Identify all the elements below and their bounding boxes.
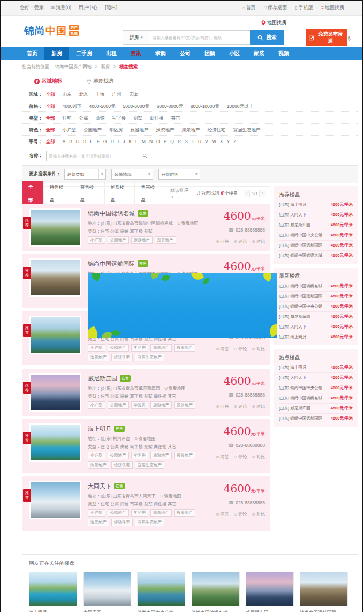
sidebar-property-row[interactable]: [山东] 锦尚中国中央公馆 4600元/平米 <box>279 302 353 312</box>
building-type-select[interactable]: 建筑类型▾ <box>64 169 106 180</box>
filter-letter-option[interactable]: J <box>123 138 125 145</box>
feature-tag[interactable]: 宜居生态地产 <box>135 354 164 361</box>
watching-card[interactable]: 威尼斯庄园 4600元/平米 <box>246 572 297 612</box>
filter-all-link[interactable]: 全部 <box>46 91 55 98</box>
tab-presale[interactable]: 待售楼盘 <box>44 181 74 206</box>
filter-letter-option[interactable]: P <box>164 138 167 145</box>
watching-card[interactable]: 锦尚中国中央公馆 4600元/平米 <box>137 572 188 612</box>
feature-tag[interactable]: 学区房 <box>131 401 149 409</box>
mobile-version-link[interactable]: ▯手机版 <box>295 5 313 10</box>
property-photo[interactable] <box>29 373 81 412</box>
comment-button[interactable]: ⊖评论 <box>234 238 247 244</box>
user-center-link[interactable]: 用户中心 <box>79 5 98 10</box>
filter-all-link[interactable]: 全部 <box>46 126 55 133</box>
filter-option[interactable]: 天津 <box>129 91 138 98</box>
filter-option[interactable]: 商铺 <box>96 115 105 121</box>
filter-option[interactable]: 10000元以上 <box>227 103 253 109</box>
filter-option[interactable]: 山东 <box>63 91 72 98</box>
feature-tag[interactable]: 宜居生态地产 <box>135 461 164 469</box>
filter-letter-option[interactable]: E <box>90 138 93 145</box>
property-photo[interactable] <box>29 481 81 519</box>
feature-tag[interactable]: 学区房 <box>131 452 149 459</box>
feature-tag[interactable]: 小户型 <box>88 401 105 409</box>
filter-option[interactable]: 4000以下 <box>63 103 82 109</box>
nav-item-new-house[interactable]: 新房 <box>44 47 69 60</box>
opening-time-select[interactable]: 开盘时间▾ <box>158 169 200 180</box>
feature-tag[interactable]: 公园地产 <box>108 452 129 459</box>
feature-tag[interactable]: 公园地产 <box>108 344 129 352</box>
filter-letter-option[interactable]: U <box>198 138 201 145</box>
feature-tag[interactable]: 公园地产 <box>108 509 129 517</box>
filter-letter-option[interactable]: B <box>69 138 72 145</box>
filter-letter-option[interactable]: A <box>63 138 66 145</box>
filter-letter-option[interactable]: H <box>111 138 114 145</box>
filter-letter-option[interactable]: T <box>192 138 194 145</box>
comment-button[interactable]: ⊖评论 <box>234 346 247 352</box>
filter-option[interactable]: 4000-5000元 <box>89 103 115 109</box>
property-photo[interactable] <box>29 316 81 354</box>
filter-option[interactable]: 宜居生态地产 <box>233 126 261 133</box>
prev-page-button[interactable]: ‹ <box>244 190 251 197</box>
filter-letter-option[interactable]: W <box>212 138 216 145</box>
filter-letter-option[interactable]: Z <box>233 138 236 145</box>
nav-item-second-hand[interactable]: 二手房 <box>69 47 99 60</box>
nav-item-decoration[interactable]: 家装 <box>247 47 271 60</box>
compare-button[interactable]: ⊕对比 <box>252 238 265 244</box>
tab-onsale[interactable]: 在售楼盘 <box>74 181 105 206</box>
sidebar-property-row[interactable]: [山东] 锦尚中国远航国际 4600元/平米 <box>279 241 353 251</box>
feature-tag[interactable]: 旅游地产 <box>150 452 172 459</box>
comment-button[interactable]: ⊖评论 <box>234 404 247 409</box>
feature-tag[interactable]: 投资地产 <box>174 344 195 352</box>
nav-item-video[interactable]: 视频 <box>271 47 296 60</box>
filter-option[interactable]: 公园地产 <box>84 126 102 133</box>
breadcrumb-site[interactable]: 锦尚中国房产网站 <box>55 64 92 69</box>
view-map-link[interactable]: ⊙查看地图 <box>164 386 186 391</box>
feature-tag[interactable]: 经济住宅 <box>111 354 133 361</box>
save-desktop-link[interactable]: □保存桌面 <box>264 5 287 10</box>
feature-tag[interactable]: 投资地产 <box>174 509 195 517</box>
filter-option[interactable]: 公寓 <box>79 115 88 121</box>
sidebar-property-row[interactable]: [山东] 锦尚中国锦绣名城 4600元/平米 <box>279 281 353 292</box>
filter-option[interactable]: 5000-6000元 <box>123 103 149 109</box>
sidebar-property-row[interactable]: [山东] 海上明月 4600元/平米 <box>279 200 353 210</box>
feature-tag[interactable]: 投资地产 <box>174 401 195 409</box>
property-title[interactable]: 威尼斯庄园 <box>88 375 117 382</box>
feature-tag[interactable]: 投资地产 <box>155 236 176 244</box>
sidebar-property-row[interactable]: [山东] 威尼斯庄园 4600元/平米 <box>279 220 353 230</box>
filter-letter-option[interactable]: M <box>142 138 146 145</box>
watching-card[interactable]: 大同天下 4600元/平米 <box>83 572 134 612</box>
nav-item-home[interactable]: 首页 <box>20 47 44 60</box>
feature-tag[interactable]: 小户型 <box>88 452 105 459</box>
filter-option[interactable]: 海景地产 <box>182 126 200 133</box>
tab-all[interactable]: 全部 <box>22 181 44 206</box>
feature-tag[interactable]: 旅游地产 <box>150 401 172 409</box>
microphone-icon[interactable] <box>347 34 351 44</box>
sidebar-property-row[interactable]: [山东] 锦尚中国远航国际 4600元/平米 <box>279 292 353 302</box>
feature-tag[interactable]: 宜居生态地产 <box>135 519 164 526</box>
name-search-button[interactable] <box>138 151 153 161</box>
watching-card[interactable]: 锦尚中国远航国际 4600元/平米 <box>300 572 351 612</box>
promo-ad-overlay[interactable] <box>88 273 277 338</box>
compare-button[interactable]: ⊕对比 <box>252 346 265 352</box>
feature-tag[interactable]: 海景地产 <box>88 519 109 526</box>
property-title[interactable]: 大同天下 <box>88 483 111 489</box>
sidebar-property-row[interactable]: [山东] 威尼斯庄园 4600元/平米 <box>279 312 353 322</box>
breadcrumb-section[interactable]: 新房 <box>101 64 110 69</box>
filter-option[interactable]: 别墅 <box>133 115 142 121</box>
filter-letter-option[interactable]: X <box>220 138 223 145</box>
feature-tag[interactable]: 小户型 <box>88 236 105 244</box>
sidebar-property-row[interactable]: [山东] 大同天下 4600元/平米 <box>279 322 353 332</box>
feature-tag[interactable]: 海景地产 <box>88 461 109 469</box>
filter-letter-option[interactable]: D <box>83 138 86 145</box>
nav-item-rent[interactable]: 出租 <box>99 47 124 60</box>
filter-letter-option[interactable]: O <box>156 138 160 145</box>
qa-button[interactable]: ⊕问答 <box>216 404 229 409</box>
nav-item-company[interactable]: 公司 <box>173 47 198 60</box>
feature-tag[interactable]: 学区房 <box>131 344 149 352</box>
sidebar-property-row[interactable]: [山东] 海上明月 4600元/平米 <box>279 363 353 373</box>
filter-option[interactable]: 旅游地产 <box>131 126 149 133</box>
view-map-link[interactable]: ⊙查看地图 <box>160 494 181 498</box>
feature-tag[interactable]: 旅游地产 <box>150 509 172 517</box>
search-button[interactable]: 搜索 <box>250 30 284 45</box>
filter-letter-option[interactable]: V <box>205 138 208 145</box>
